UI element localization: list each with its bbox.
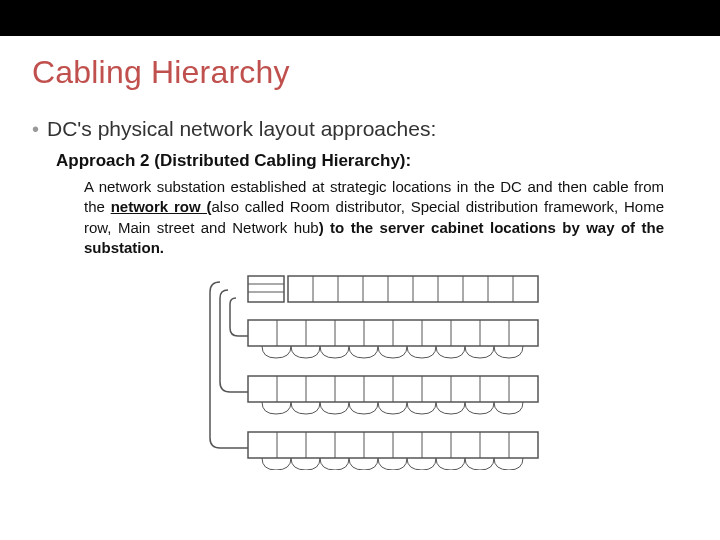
approach-body: A network substation established at stra… bbox=[84, 177, 664, 258]
slide-title: Cabling Hierarchy bbox=[0, 36, 720, 91]
cabling-diagram bbox=[170, 270, 550, 470]
svg-rect-0 bbox=[248, 276, 284, 302]
slide-body: • DC's physical network layout approache… bbox=[0, 91, 720, 470]
bullet-row: • DC's physical network layout approache… bbox=[32, 115, 688, 143]
top-bar bbox=[0, 0, 720, 36]
diagram-row-3 bbox=[248, 376, 538, 414]
diagram-row-4 bbox=[248, 432, 538, 470]
approach-title: Approach 2 (Distributed Cabling Hierarch… bbox=[56, 151, 688, 171]
diagram-row-2 bbox=[248, 320, 538, 358]
slide: Cabling Hierarchy • DC's physical networ… bbox=[0, 0, 720, 540]
bullet-dot-icon: • bbox=[32, 115, 39, 143]
diagram-row-1 bbox=[248, 276, 538, 302]
body-part-emph: network row ( bbox=[111, 198, 212, 215]
bullet-text: DC's physical network layout approaches: bbox=[47, 115, 436, 143]
